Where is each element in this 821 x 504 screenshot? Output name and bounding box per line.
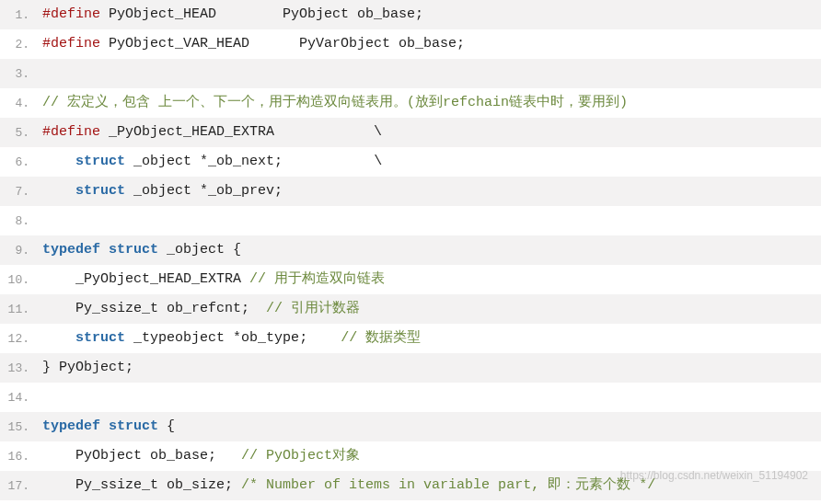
token-punct: * [200,154,208,169]
code-content: PyObject ob_base; // PyObject对象 [35,441,821,471]
code-content: _PyObject_HEAD_EXTRA // 用于构造双向链表 [35,265,821,294]
line-number: 12. [0,324,35,353]
code-content: struct _typeobject *ob_type; // 数据类型 [35,324,821,353]
line-number: 14. [0,383,35,412]
code-content: #define _PyObject_HEAD_EXTRA \ [35,118,821,147]
line-number: 1. [0,0,35,29]
line-number: 9. [0,235,35,265]
line-number: 11. [0,294,35,324]
token-kw: struct [109,418,158,434]
token-kw: typedef [42,418,100,434]
token-ident: PyObject [59,360,125,375]
token-cm: // PyObject对象 [241,448,360,464]
code-line: 9.typedef struct _object { [0,235,821,265]
token-ident: PyObject_HEAD [109,6,216,22]
token-ident: ob_type [241,330,299,346]
code-content [35,59,821,88]
line-number: 8. [0,206,35,235]
token-cm: // 引用计数器 [266,301,360,316]
code-line: 7. struct _object *_ob_prev; [0,177,821,206]
token-punct: ; [457,36,465,52]
code-content: struct _object *_ob_next; \ [35,147,821,177]
code-content: typedef struct _object { [35,235,821,265]
line-number: 17. [0,471,35,500]
code-content: } PyVarObject; [35,500,821,504]
code-content: Py_ssize_t ob_size; /* Number of items i… [35,471,821,500]
token-punct: { [167,418,175,434]
token-ident: PyObject ob_base [75,448,208,464]
token-cm: // 宏定义，包含 上一个、下一个，用于构造双向链表用。(放到refchain链… [42,95,628,110]
token-kw: struct [75,330,125,346]
token-pp: #define [42,6,100,22]
token-punct: ; [125,360,133,375]
code-line: 11. Py_ssize_t ob_refcnt; // 引用计数器 [0,294,821,324]
code-content: typedef struct { [35,412,821,441]
token-punct: * [200,183,208,199]
token-cm: // 用于构造双向链表 [249,271,385,287]
code-line: 6. struct _object *_ob_next; \ [0,147,821,177]
token-ident: PyObject_VAR_HEAD [109,36,249,52]
token-ident: _ob_prev [208,183,274,199]
line-number: 5. [0,118,35,147]
code-line: 5.#define _PyObject_HEAD_EXTRA \ [0,118,821,147]
token-kw: struct [75,183,125,199]
line-number: 16. [0,441,35,471]
token-ident: _PyObject_HEAD_EXTRA [75,271,241,287]
code-line: 10. _PyObject_HEAD_EXTRA // 用于构造双向链表 [0,265,821,294]
code-line: 18.} PyVarObject; [0,500,821,504]
line-number: 18. [0,500,35,504]
code-line: 4.// 宏定义，包含 上一个、下一个，用于构造双向链表用。(放到refchai… [0,88,821,118]
token-punct: \ [374,124,382,140]
token-kw: struct [75,154,125,169]
token-punct: ; [208,448,216,464]
code-content: struct _object *_ob_prev; [35,177,821,206]
token-punct: ; [225,477,233,493]
code-line: 3. [0,59,821,88]
token-ident: Py_ssize_t ob_size [75,477,225,493]
token-ident: PyVarObject ob_base [299,36,457,52]
token-cm: // 数据类型 [341,330,421,346]
token-kw: struct [109,242,158,258]
code-content: Py_ssize_t ob_refcnt; // 引用计数器 [35,294,821,324]
code-content: #define PyObject_HEAD PyObject ob_base; [35,0,821,29]
token-punct: \ [374,154,382,169]
token-ident: _object [133,154,191,169]
token-punct: ; [299,330,307,346]
line-number: 2. [0,29,35,59]
code-content: } PyObject; [35,353,821,383]
token-punct: ; [274,154,283,169]
token-pp: #define [42,124,100,140]
line-number: 3. [0,59,35,88]
token-punct: { [233,242,241,258]
token-ident: Py_ssize_t ob_refcnt [75,301,241,316]
code-block: 1.#define PyObject_HEAD PyObject ob_base… [0,0,821,504]
line-number: 15. [0,412,35,441]
code-line: 8. [0,206,821,235]
line-number: 7. [0,177,35,206]
token-punct: ; [415,6,423,22]
line-number: 13. [0,353,35,383]
line-number: 10. [0,265,35,294]
code-content: #define PyObject_VAR_HEAD PyVarObject ob… [35,29,821,59]
token-pp: #define [42,36,100,52]
token-punct: * [233,330,241,346]
code-line: 17. Py_ssize_t ob_size; /* Number of ite… [0,471,821,500]
token-ident: PyObject ob_base [283,6,415,22]
token-cm: /* Number of items in variable part, 即：元… [241,477,655,493]
code-content [35,383,821,412]
token-kw: typedef [42,242,100,258]
token-ident: _ob_next [208,154,274,169]
token-punct: ; [241,301,249,316]
code-line: 2.#define PyObject_VAR_HEAD PyVarObject … [0,29,821,59]
line-number: 6. [0,147,35,177]
code-line: 16. PyObject ob_base; // PyObject对象 [0,441,821,471]
token-ident: _typeobject [133,330,225,346]
token-ident: _object [167,242,225,258]
code-line: 12. struct _typeobject *ob_type; // 数据类型 [0,324,821,353]
token-punct: } [42,360,51,375]
token-punct: ; [274,183,283,199]
code-line: 14. [0,383,821,412]
token-ident: _object [133,183,191,199]
code-line: 13.} PyObject; [0,353,821,383]
code-line: 1.#define PyObject_HEAD PyObject ob_base… [0,0,821,29]
